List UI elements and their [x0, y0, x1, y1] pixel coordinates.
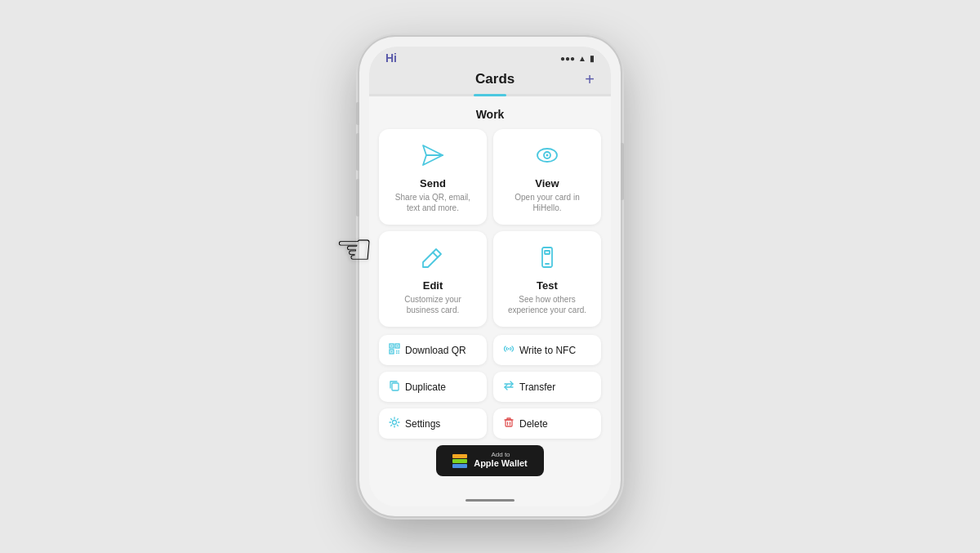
phone-frame: ☞ Hi ●●● ▲ ▮ Cards + Work: [359, 37, 621, 515]
settings-label: Settings: [405, 418, 440, 430]
edit-desc: Customize your business card.: [389, 294, 477, 315]
svg-rect-22: [506, 420, 512, 426]
cursor-hand-icon: ☞: [335, 225, 373, 274]
wallet-card-green: [452, 459, 467, 463]
wallet-main-text: Apple Wallet: [474, 458, 528, 469]
wallet-card-orange: [452, 454, 467, 458]
card-edit[interactable]: Edit Customize your business card.: [379, 231, 487, 327]
action-row-2: Duplicate Transfer: [379, 372, 601, 402]
nav-bar: Cards +: [369, 68, 611, 94]
write-to-nfc-button[interactable]: Write to NFC: [493, 335, 601, 365]
view-icon: [534, 142, 560, 171]
wallet-card-blue: [452, 464, 467, 468]
side-button-vol-down: [356, 179, 359, 216]
phone-screen: Hi ●●● ▲ ▮ Cards + Work: [369, 47, 611, 506]
delete-label: Delete: [519, 418, 548, 430]
nfc-icon: [503, 343, 514, 357]
apple-wallet-button[interactable]: Add to Apple Wallet: [436, 445, 544, 475]
view-label: View: [535, 177, 559, 190]
transfer-label: Transfer: [519, 381, 555, 393]
apple-wallet-wrapper: Add to Apple Wallet: [379, 445, 601, 475]
svg-rect-13: [399, 350, 400, 352]
svg-rect-15: [399, 353, 400, 355]
transfer-icon: [503, 380, 514, 394]
svg-point-19: [508, 348, 510, 350]
home-bar: [466, 499, 514, 502]
svg-point-4: [546, 154, 549, 157]
add-card-button[interactable]: +: [585, 71, 595, 87]
nav-title: Cards: [405, 71, 585, 87]
section-work-title: Work: [379, 108, 601, 121]
test-icon: [534, 244, 560, 273]
side-button-vol-up: [356, 133, 359, 171]
svg-rect-17: [397, 346, 399, 347]
card-test[interactable]: Test See how others experience your card…: [493, 231, 601, 327]
qr-icon: [389, 343, 400, 357]
scroll-bar: [474, 94, 506, 96]
transfer-button[interactable]: Transfer: [493, 372, 601, 402]
test-desc: See how others experience your card.: [503, 294, 591, 315]
signal-icon: ●●●: [560, 54, 575, 63]
wallet-cards-icon: [452, 454, 467, 468]
card-grid: Send Share via QR, email, text and more.…: [379, 129, 601, 327]
edit-label: Edit: [423, 279, 443, 292]
delete-icon: [503, 417, 514, 430]
download-qr-button[interactable]: Download QR: [379, 335, 487, 365]
side-button-power: [621, 143, 624, 200]
svg-rect-8: [545, 251, 550, 254]
send-label: Send: [420, 177, 446, 190]
svg-rect-16: [391, 346, 393, 347]
side-button-silent: [356, 102, 359, 125]
svg-rect-18: [391, 351, 393, 353]
duplicate-button[interactable]: Duplicate: [379, 372, 487, 402]
svg-rect-14: [396, 353, 398, 355]
test-label: Test: [537, 279, 558, 292]
download-qr-label: Download QR: [405, 345, 466, 356]
settings-icon: [389, 417, 400, 430]
send-icon: [420, 142, 446, 171]
main-content: Work Send Share via QR, email, text and …: [369, 96, 611, 492]
view-desc: Open your card in HiHello.: [503, 192, 591, 213]
status-bar: Hi ●●● ▲ ▮: [369, 47, 611, 68]
send-desc: Share via QR, email, text and more.: [389, 192, 477, 213]
delete-button[interactable]: Delete: [493, 408, 601, 439]
card-send[interactable]: Send Share via QR, email, text and more.: [379, 129, 487, 225]
action-row-1: Download QR Write to NFC: [379, 335, 601, 365]
settings-button[interactable]: Settings: [379, 408, 487, 439]
write-to-nfc-label: Write to NFC: [519, 345, 576, 356]
svg-rect-12: [396, 350, 398, 352]
wallet-text: Add to Apple Wallet: [474, 452, 528, 469]
edit-icon: [420, 244, 446, 273]
duplicate-icon: [389, 380, 400, 394]
wallet-add-text: Add to: [474, 452, 528, 458]
svg-line-5: [433, 252, 438, 257]
wifi-icon: ▲: [578, 54, 586, 63]
battery-icon: ▮: [590, 54, 595, 63]
action-row-3: Settings Delete: [379, 408, 601, 439]
duplicate-label: Duplicate: [405, 381, 446, 393]
svg-rect-20: [392, 383, 399, 390]
svg-point-21: [393, 421, 397, 425]
home-indicator: [369, 493, 611, 506]
status-icons: ●●● ▲ ▮: [560, 54, 595, 63]
app-logo: Hi: [385, 51, 397, 65]
card-view[interactable]: View Open your card in HiHello.: [493, 129, 601, 225]
